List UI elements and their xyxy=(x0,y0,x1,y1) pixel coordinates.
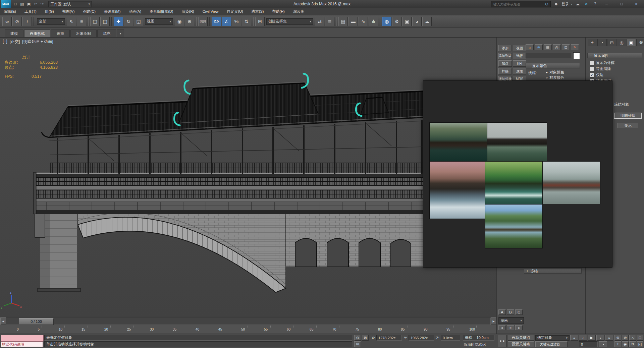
add-list-button[interactable]: 添加列表 xyxy=(498,53,512,59)
light-icon[interactable]: ☼ xyxy=(526,44,534,50)
coordinate-system-dropdown[interactable]: 视图▾ xyxy=(145,18,173,25)
wave-icon[interactable]: ≋ xyxy=(535,44,543,50)
weld-button[interactable]: 焊接 xyxy=(498,68,512,74)
menu-item-liuyunku[interactable]: 溜云库 xyxy=(289,8,308,15)
absolute-offset-icon[interactable]: ⊞ xyxy=(354,341,361,347)
time-slider-handle[interactable]: 0 / 100 xyxy=(19,318,54,325)
units-dropdown[interactable]: 厘米▾ xyxy=(498,317,524,324)
selection-filter-dropdown[interactable]: 全部▾ xyxy=(37,18,65,25)
bind-to-space-warp-icon[interactable]: ≀ xyxy=(22,17,32,26)
freeze-rollout[interactable]: + 冻结 xyxy=(524,268,582,274)
object-name-field[interactable] xyxy=(526,53,572,58)
window-crossing-icon[interactable]: ◫ xyxy=(100,17,110,26)
maxscript-mini-listener-pink[interactable] xyxy=(1,335,44,341)
hierarchy-tab-icon[interactable]: ⊟ xyxy=(607,39,616,46)
show-frozen-button[interactable]: 显示 xyxy=(618,123,638,128)
maximize-viewport-icon[interactable]: ◱ xyxy=(637,341,643,347)
reference-photo-6[interactable] xyxy=(485,205,542,248)
viewport-menu-general[interactable]: [+] xyxy=(3,39,7,45)
redo-icon[interactable]: ↷ xyxy=(39,1,46,7)
selection-region-icon[interactable]: ▢ xyxy=(90,17,100,26)
menu-item-edit[interactable]: 编辑(E) xyxy=(0,8,20,15)
user-icon[interactable]: ☻ xyxy=(553,1,559,7)
app-logo[interactable]: MAX xyxy=(1,0,11,8)
set-key-mode-icon[interactable]: ⊶ xyxy=(498,335,506,347)
motion-tab-icon[interactable]: ◎ xyxy=(617,39,626,46)
layer-c-button[interactable]: C xyxy=(515,309,523,315)
modify-tab-icon[interactable]: ◔ xyxy=(597,39,607,46)
select-and-manipulate-icon[interactable]: ⊕ xyxy=(185,17,194,26)
display-tab-icon[interactable]: ▣ xyxy=(627,39,636,46)
add-button[interactable]: 添加 xyxy=(498,45,512,51)
select-by-name-icon[interactable]: ≡ xyxy=(77,17,86,26)
menu-item-help[interactable]: 帮助(H) xyxy=(268,8,288,15)
select-and-scale-icon[interactable]: ◱ xyxy=(134,17,143,26)
new-scene-icon[interactable]: □ xyxy=(12,1,19,7)
time-configuration-icon[interactable]: ◔ xyxy=(599,341,607,347)
auto-key-button[interactable]: 自动关键点 xyxy=(508,335,534,341)
next-frame-icon[interactable]: › xyxy=(596,335,604,341)
close-button[interactable]: ✕ xyxy=(630,0,643,8)
hfi-button[interactable]: HFI xyxy=(513,60,526,67)
zoom-all-icon[interactable]: ⊚ xyxy=(622,335,629,341)
select-button[interactable]: 选择 xyxy=(513,53,526,59)
search-field[interactable]: ⊙ xyxy=(491,1,551,7)
save-file-icon[interactable]: ▣ xyxy=(25,1,32,7)
render-production-icon[interactable]: ◕ xyxy=(412,17,422,26)
shade-frozen-button[interactable]: 明暗处理 xyxy=(614,113,642,119)
unlink-selection-icon[interactable]: ⊘ xyxy=(12,17,22,26)
layer-a-button[interactable]: A xyxy=(498,309,506,315)
rendered-frame-icon[interactable]: ▣ xyxy=(402,17,412,26)
align-icon[interactable]: ≣ xyxy=(325,17,334,26)
named-selection-set-dropdown[interactable]: 创建选择集▾ xyxy=(266,18,313,25)
isolate-selection-icon[interactable]: ⊙ xyxy=(354,335,361,341)
next-button[interactable]: > xyxy=(515,325,523,330)
ribbon-tab-populate[interactable]: 填充 xyxy=(97,30,116,37)
brand-x-icon[interactable]: ✕ xyxy=(583,1,590,7)
color-swatch[interactable] xyxy=(573,52,580,59)
minimize-button[interactable]: ─ xyxy=(600,0,613,8)
add-point-button[interactable]: 加点 xyxy=(498,60,512,67)
snap-toggle-icon[interactable]: 2.5 xyxy=(212,17,221,26)
add-time-tag[interactable]: 添加时间标记 xyxy=(464,342,486,347)
keyboard-override-icon[interactable]: ⌨ xyxy=(198,17,208,26)
menu-item-customize[interactable]: 自定义(U) xyxy=(223,8,247,15)
menu-item-scripting[interactable]: 脚本(S) xyxy=(248,8,268,15)
play-icon[interactable]: ▶ xyxy=(588,335,596,341)
walk-through-icon[interactable]: ◉ xyxy=(622,341,629,347)
previous-frame-icon[interactable]: ‹ xyxy=(579,335,587,341)
menu-item-tools[interactable]: 工具(T) xyxy=(21,8,40,15)
ribbon-collapse-icon[interactable]: ▾ xyxy=(117,30,124,37)
percent-snap-icon[interactable]: % xyxy=(232,17,241,26)
pan-icon[interactable]: ✛ xyxy=(614,341,621,347)
go-to-start-icon[interactable]: « xyxy=(570,335,578,341)
undo-icon[interactable]: ↶ xyxy=(32,1,39,7)
render-a360-icon[interactable]: ☁ xyxy=(422,17,432,26)
spinner-snap-icon[interactable]: ⇅ xyxy=(242,17,251,26)
layer-b-button[interactable]: B xyxy=(507,309,514,315)
ribbon-toggle-icon[interactable]: ▬ xyxy=(348,17,358,26)
select-and-link-icon[interactable]: ∞ xyxy=(2,17,12,26)
ribbon-tab-object-paint[interactable]: 对象绘制 xyxy=(70,30,97,37)
open-file-icon[interactable]: ▨ xyxy=(19,1,25,7)
menu-item-rendering[interactable]: 渲染(R) xyxy=(178,8,198,15)
reference-photo-1[interactable] xyxy=(430,123,487,161)
edges-only-checkbox[interactable]: ✓ 仅边 xyxy=(590,72,603,77)
current-frame-field[interactable]: 0 xyxy=(579,341,598,347)
coord-y-field[interactable]: 1965.282c xyxy=(409,335,434,341)
key-filters-button[interactable]: 关键点过滤器... xyxy=(535,341,568,347)
menu-item-views[interactable]: 视图(V) xyxy=(59,8,78,15)
schematic-view-icon[interactable]: ⋔ xyxy=(369,17,378,26)
ribbon-tab-modeling[interactable]: 建模 xyxy=(5,30,23,37)
target-icon[interactable]: ◎ xyxy=(553,44,561,50)
display-properties-rollout[interactable]: − 显示属性 xyxy=(587,53,642,58)
delete-button[interactable]: × xyxy=(507,325,514,330)
orbit-icon[interactable]: ↻ xyxy=(629,341,636,347)
select-object-icon[interactable]: ⇖ xyxy=(67,17,76,26)
menu-item-animation[interactable]: 动画(A) xyxy=(125,8,145,15)
help-icon[interactable]: ? xyxy=(592,1,598,7)
set-key-button[interactable]: 设置关键点 xyxy=(508,341,534,347)
material-editor-icon[interactable]: ◍ xyxy=(382,17,391,26)
zoom-extents-icon[interactable]: ⌂ xyxy=(629,335,636,341)
prev-button[interactable]: < xyxy=(498,325,506,330)
